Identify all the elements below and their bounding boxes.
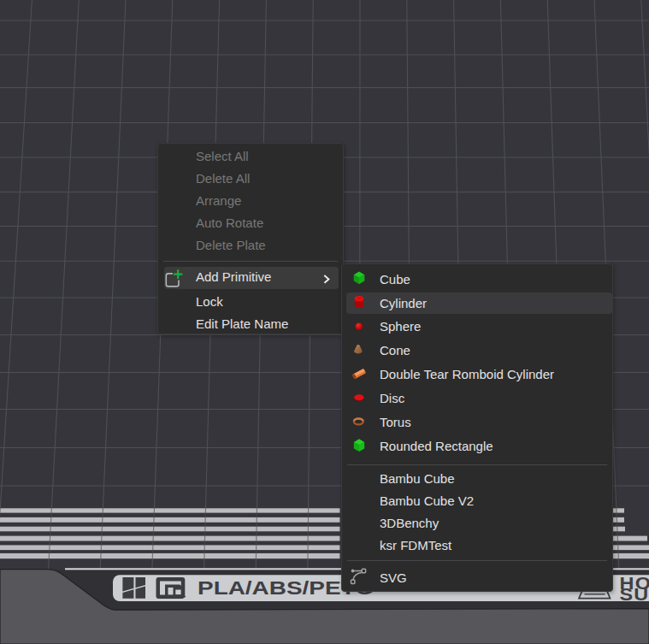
svg-text:SURF: SURF <box>620 586 649 605</box>
